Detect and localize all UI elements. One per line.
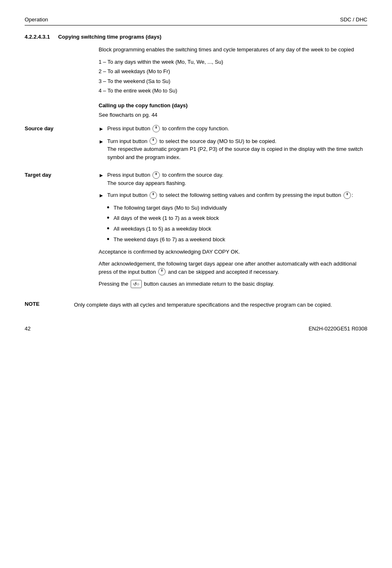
knob-icon-4 (150, 192, 157, 199)
list-item-2: 2 – To all weekdays (Mo to Fr) (99, 67, 367, 76)
pressing-text: Pressing the ↺○ button causes an immedia… (99, 280, 367, 289)
source-arrow-1: ► Press input button to confirm the copy… (99, 125, 367, 133)
intro-para: Block programming enables the switching … (99, 46, 367, 54)
bullet-dot-3: • (107, 225, 109, 233)
bullet-text-1: The following target days (Mo to Su) ind… (113, 204, 227, 212)
knob-icon-2 (150, 137, 157, 145)
page: Operation SDC / DHC 4.2.2.4.3.1 Copying … (0, 0, 392, 568)
target-arrow-1-text: Press input button to confirm the source… (107, 171, 367, 187)
arrow-icon-1: ► (99, 125, 104, 133)
target-day-row: Target day ► Press input button to confi… (25, 171, 367, 293)
bullet-dot-1: • (107, 204, 109, 212)
footer-page-number: 42 (25, 326, 30, 332)
pressing-suf: button causes an immediate return to the… (144, 281, 274, 287)
page-header: Operation SDC / DHC (25, 16, 367, 25)
bullet-item-4: • The weekend days (6 to 7) as a weekend… (107, 236, 367, 244)
header-right: SDC / DHC (340, 16, 367, 23)
acceptance-text: Acceptance is confirmed by acknowledging… (99, 248, 367, 256)
target-arrow1-pre: Press input button (107, 172, 150, 178)
note-label: NOTE (25, 301, 74, 307)
source-arrow2-suf: to select the source day (MO to SU) to b… (159, 138, 277, 144)
bullet-text-4: The weekend days (6 to 7) as a weekend b… (113, 236, 225, 244)
arrow-icon-3: ► (99, 171, 104, 180)
arrow-icon-2: ► (99, 138, 104, 146)
target-arrow-2: ► Turn input button to select the follow… (99, 191, 367, 200)
after-ack-suf: and can be skipped and accepted if neces… (168, 269, 279, 275)
knob-icon-1 (152, 125, 160, 132)
source-arrow2-detail: The respective automatic program P1 (P2,… (107, 146, 363, 160)
target-arrow2-suf: to select the following setting values a… (159, 192, 341, 198)
page-footer: 42 EN2H-0220GE51 R0308 (25, 326, 367, 332)
content: 4.2.2.4.3.1 Copying switching time progr… (25, 34, 367, 309)
list-item-4: 4 – To the entire week (Mo to Su) (99, 87, 367, 95)
copy-function-heading: Calling up the copy function (days) (99, 102, 367, 109)
see-flowcharts: See flowcharts on pg. 44 (99, 111, 367, 119)
source-arrow1-pre: Press input button (107, 125, 150, 132)
bullet-text-2: All days of the week (1 to 7) as a week … (113, 214, 219, 222)
section-heading: Copying switching time programs (days) (58, 34, 161, 40)
bullet-item-1: • The following target days (Mo to Su) i… (107, 204, 367, 212)
bullet-text-3: All weekdays (1 to 5) as a weekday block (113, 225, 211, 233)
knob-icon-5 (344, 192, 351, 199)
target-arrow2-pre: Turn input button (107, 192, 148, 198)
list-item-3: 3 – To the weekend (Sa to Su) (99, 77, 367, 85)
source-day-label: Source day (25, 125, 99, 132)
source-arrow-1-text: Press input button to confirm the copy f… (107, 125, 367, 133)
target-arrow-1: ► Press input button to confirm the sour… (99, 171, 367, 187)
bullet-list: • The following target days (Mo to Su) i… (107, 204, 367, 244)
source-arrow-2-text: Turn input button to select the source d… (107, 137, 367, 162)
bullet-item-3: • All weekdays (1 to 5) as a weekday blo… (107, 225, 367, 233)
source-day-content: ► Press input button to confirm the copy… (99, 125, 367, 165)
bullet-dot-2: • (107, 214, 109, 222)
source-arrow-2: ► Turn input button to select the source… (99, 137, 367, 162)
header-left: Operation (25, 16, 48, 23)
note-text: Only complete days with all cycles and t… (74, 301, 367, 309)
main-body: Block programming enables the switching … (99, 46, 367, 119)
section-number: 4.2.2.4.3.1 (25, 34, 50, 40)
list-item-1: 1 – To any days within the week (Mo, Tu,… (99, 58, 367, 66)
bullet-item-2: • All days of the week (1 to 7) as a wee… (107, 214, 367, 222)
knob-icon-6 (158, 268, 166, 275)
knob-icon-3 (152, 171, 160, 179)
target-day-label: Target day (25, 171, 99, 178)
return-icon: ↺○ (131, 280, 142, 289)
target-arrow1-suf: to confirm the source day. (162, 172, 224, 178)
bullet-dot-4: • (107, 236, 109, 244)
section-title-row: 4.2.2.4.3.1 Copying switching time progr… (25, 34, 367, 40)
target-arrow1-detail: The source day appears flashing. (107, 180, 186, 186)
pressing-pre: Pressing the (99, 281, 128, 287)
target-day-content: ► Press input button to confirm the sour… (99, 171, 367, 293)
after-ack-text: After acknowledgement, the following tar… (99, 260, 367, 276)
source-arrow2-pre: Turn input button (107, 138, 148, 144)
source-arrow1-suf: to confirm the copy function. (162, 125, 229, 132)
arrow-icon-4: ► (99, 192, 104, 200)
note-row: NOTE Only complete days with all cycles … (25, 301, 367, 309)
source-day-row: Source day ► Press input button to confi… (25, 125, 367, 165)
footer-code: EN2H-0220GE51 R0308 (309, 326, 367, 332)
target-arrow-2-text: Turn input button to select the followin… (107, 191, 367, 199)
